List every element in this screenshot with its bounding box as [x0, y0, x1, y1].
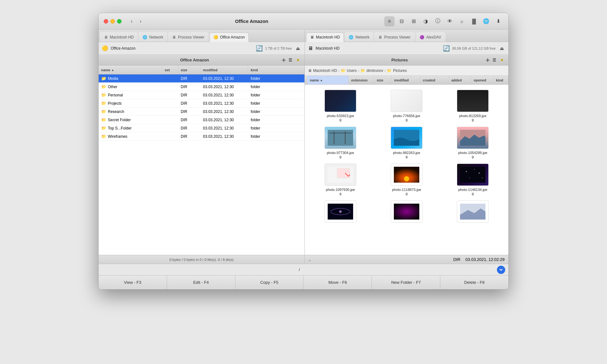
file-row-projects[interactable]: 📁 Projects DIR 03.03.2021, 12:30 folder: [99, 99, 304, 108]
copy-f5-btn[interactable]: Copy - F5: [235, 276, 304, 289]
tab-network-left[interactable]: 🌐 Network: [138, 32, 167, 42]
maximize-button[interactable]: [117, 19, 122, 24]
download-icon[interactable]: ⬇: [493, 16, 503, 26]
file-row-secret[interactable]: 📁 Secret Folder DIR 03.03.2021, 12:30 fo…: [99, 116, 304, 124]
grid-view-icon[interactable]: ⊞: [408, 16, 419, 26]
file-row-media[interactable]: 📁 Media DIR 03.03.2021, 12:30 folder: [99, 74, 304, 83]
folder-icon-top-secret: 📁: [101, 126, 106, 130]
left-col-modified[interactable]: modified: [200, 66, 248, 74]
breadcrumb-machd[interactable]: 🖥 Macintosh HD: [308, 68, 337, 73]
right-star-btn[interactable]: ★: [499, 57, 505, 63]
photo-item-776656[interactable]: photo-776656.jpeg: [373, 87, 440, 124]
photo-thumb-776656: [391, 90, 422, 112]
network-share-icon[interactable]: 🌐: [481, 16, 491, 26]
breadcrumb-bar: 🖥 Macintosh HD › 📁 Users › 📁 dimtrunov ›…: [305, 66, 508, 76]
breadcrumb-users[interactable]: 📁 Users: [341, 68, 357, 73]
right-col-size[interactable]: size: [374, 76, 392, 84]
photo-item-813269[interactable]: photo-813269.jpeg: [440, 87, 506, 124]
right-col-opened[interactable]: opened: [471, 76, 493, 84]
folder-icon-other: 📁: [101, 84, 106, 89]
preview-icon[interactable]: 👁: [445, 16, 455, 26]
left-col-kind[interactable]: kind: [248, 66, 304, 74]
left-col-size[interactable]: size: [178, 66, 200, 74]
tab-office-left[interactable]: 🟡 Office Amazon: [209, 32, 249, 42]
tab-network-right[interactable]: 🌐 Network: [345, 32, 373, 42]
right-view-list-btn[interactable]: ☰: [491, 57, 498, 63]
left-file-list[interactable]: 📁 Media DIR 03.03.2021, 12:30 folder 📁 O…: [99, 74, 304, 255]
right-col-kind[interactable]: kind: [493, 76, 508, 84]
photo-item-982263[interactable]: photo-982263.jpeg: [373, 124, 440, 161]
detail-view-icon[interactable]: ⊟: [396, 16, 407, 26]
photo-name-776656: photo-776656.jpeg: [393, 114, 420, 122]
right-col-extension[interactable]: extension: [349, 76, 374, 84]
file-row-wireframes[interactable]: 📁 Wireframes DIR 03.03.2021, 12:30 folde…: [99, 132, 304, 141]
file-row-top-secret[interactable]: 📁 Top S...Folder DIR 03.03.2021, 12:30 f…: [99, 124, 304, 132]
left-col-ext[interactable]: ext: [162, 66, 178, 74]
photo-item-row4-3[interactable]: [440, 198, 506, 225]
right-sort-asc-icon: ▲: [320, 79, 323, 82]
new-folder-f7-btn[interactable]: New Folder - F7: [372, 276, 440, 289]
toggle-icon[interactable]: ◑: [421, 16, 431, 26]
view-f3-btn[interactable]: View - F3: [99, 276, 167, 289]
photo-name-982263: photo-982263.jpeg: [393, 151, 420, 158]
list-view-icon[interactable]: ≡: [384, 16, 394, 26]
file-row-personal[interactable]: 📁 Personal DIR 03.03.2021, 12:30 folder: [99, 91, 304, 99]
left-eject-btn[interactable]: ⏏: [294, 45, 301, 52]
photo-thumb-977304: [324, 127, 356, 149]
tab-alexdav-right-icon: 🟣: [420, 35, 424, 39]
delete-f8-btn[interactable]: Delete - F8: [440, 276, 508, 289]
move-f6-btn[interactable]: Move - F6: [304, 276, 372, 289]
tab-macos-right[interactable]: 🖥 Macintosh HD: [306, 32, 344, 42]
toolbar-icons: ≡ ⊟ ⊞ ◑ ⓘ 👁 ⌕ ▓ 🌐 ⬇: [384, 16, 503, 26]
filter-icon[interactable]: ▓: [469, 16, 479, 26]
right-status-dots: ..: [309, 257, 311, 262]
right-col-modified[interactable]: modified: [392, 76, 420, 84]
right-location-icon: 🖥: [308, 46, 313, 51]
folder-icon-secret: 📁: [101, 117, 106, 122]
folder-icon-wireframes: 📁: [101, 134, 106, 139]
breadcrumb-dimtrunov[interactable]: 📁 dimtrunov: [360, 68, 383, 73]
minimize-button[interactable]: [110, 19, 115, 24]
right-col-created[interactable]: created: [420, 76, 449, 84]
photo-item-row4-1[interactable]: [307, 198, 373, 225]
file-row-other[interactable]: 📁 Other DIR 03.03.2021, 12:30 folder: [99, 83, 304, 91]
right-col-added[interactable]: added: [449, 76, 471, 84]
left-location-sync[interactable]: 🔄: [256, 45, 263, 52]
tab-macos-left[interactable]: 🖥 Macintosh HD: [100, 32, 138, 42]
right-col-name[interactable]: name ▲: [307, 76, 349, 84]
photo-item-977304[interactable]: photo-977304.jpeg: [307, 124, 373, 161]
binocular-icon[interactable]: ⌕: [457, 16, 467, 26]
tab-alexdav-right[interactable]: 🟣 AlexDAV: [415, 32, 445, 42]
right-col-headers: name ▲ extension size modified created a…: [305, 76, 508, 85]
tab-macos-right-icon: 🖥: [310, 35, 314, 39]
right-pane: 🖥 Macintosh HD 🔄 65,58 GB of 121,12 GB f…: [305, 42, 508, 264]
right-panel-title: Pictures: [315, 58, 484, 62]
right-panel-add-btn[interactable]: [484, 57, 491, 64]
photo-item-1097930[interactable]: photo-1097930.jpeg: [307, 161, 373, 198]
photo-item-1146134[interactable]: photo-1146134.jpeg: [440, 161, 506, 198]
tab-process-left[interactable]: 🖥 Process Viewer: [168, 32, 208, 42]
tab-process-right[interactable]: 🖥 Process Viewer: [374, 32, 415, 42]
photo-item-533923[interactable]: photo-533923.jpeg: [307, 87, 373, 124]
left-col-name[interactable]: name ▲: [99, 66, 162, 74]
right-eject-btn[interactable]: ⏏: [498, 45, 505, 52]
svg-point-22: [339, 210, 342, 213]
edit-f4-btn[interactable]: Edit - F4: [167, 276, 235, 289]
photo-item-1118873[interactable]: photo-1118873.jpeg: [373, 161, 440, 198]
breadcrumb-machd-icon: 🖥: [308, 68, 312, 73]
info-icon[interactable]: ⓘ: [433, 16, 443, 26]
left-view-list-btn[interactable]: ☰: [287, 57, 294, 63]
breadcrumb-pictures[interactable]: 📁 Pictures: [387, 68, 407, 73]
path-dropdown-btn[interactable]: [497, 266, 505, 274]
left-panel-add-btn[interactable]: [280, 57, 287, 64]
right-location-sync[interactable]: 🔄: [443, 45, 450, 52]
left-star-btn[interactable]: ★: [295, 57, 301, 63]
left-pane: 🟡 Office Amazon 🔄 1 TB of 2 TB free ⏏ Of…: [99, 42, 305, 264]
photo-grid[interactable]: photo-533923.jpeg photo-776656.jpeg phot…: [305, 85, 508, 255]
photo-item-1054289[interactable]: photo-1054289.jpeg: [440, 124, 506, 161]
photo-name-1097930: photo-1097930.jpeg: [326, 188, 355, 195]
svg-point-16: [474, 169, 475, 170]
file-row-research[interactable]: 📁 Research DIR 03.03.2021, 12:30 folder: [99, 108, 304, 116]
photo-item-row4-2[interactable]: [373, 198, 440, 225]
close-button[interactable]: [104, 19, 108, 24]
